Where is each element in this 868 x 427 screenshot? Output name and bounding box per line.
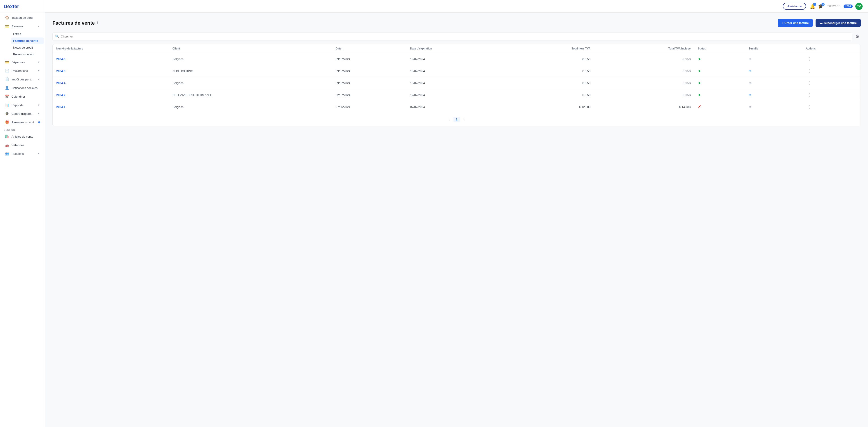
action-buttons: + Créer une facture ☁ Télécharger une fa…: [778, 19, 861, 27]
email-sent-icon[interactable]: ✉: [748, 93, 751, 97]
articles-icon: 🛍️: [5, 134, 9, 138]
more-actions-button[interactable]: ⋮: [806, 56, 813, 62]
sidebar-item-offres[interactable]: Offres: [11, 31, 43, 37]
search-wrap: 🔍: [53, 33, 852, 40]
sidebar-item-label: Articles de vente: [11, 135, 33, 138]
sidebar-item-relations[interactable]: 👥 Relations ▼: [1, 150, 43, 158]
chevron-up-icon: ▲: [37, 25, 40, 28]
sidebar-item-notes-de-credit[interactable]: Notes de crédit: [11, 44, 43, 51]
main-area: Assistance 🔔 🎓 0 EXERCICE 2024 TV Factur…: [45, 0, 868, 427]
create-invoice-button[interactable]: + Créer une facture: [778, 19, 813, 27]
cell-total-ht: € 0,50: [505, 77, 594, 89]
invoices-table-container: Numéro de la facture Client Date↓ Date d…: [53, 44, 861, 126]
sidebar-item-declarations[interactable]: 📄 Déclarations ▼: [1, 67, 43, 75]
cell-invoice-id: 2024-1: [53, 101, 169, 113]
search-input[interactable]: [53, 33, 852, 40]
more-actions-button[interactable]: ⋮: [806, 68, 813, 74]
sidebar-item-label: Rapports: [11, 103, 24, 107]
invoice-link[interactable]: 2024-1: [56, 105, 65, 109]
cell-client: Belgisch: [169, 77, 332, 89]
revenus-icon: 💳: [5, 24, 9, 28]
info-icon[interactable]: ℹ: [97, 21, 98, 25]
sidebar-item-revenus[interactable]: 💳 Revenus ▲: [1, 22, 43, 30]
cell-actions: ⋮: [802, 65, 861, 77]
sidebar-item-tableau-de-bord[interactable]: 🏠 Tableau de bord: [1, 13, 43, 22]
sidebar-item-label: Cotisations sociales: [11, 86, 37, 90]
cell-total-ht: € 0,50: [505, 65, 594, 77]
email-icon[interactable]: ✉: [748, 81, 751, 85]
cell-email: ✉: [745, 101, 802, 113]
cell-client: Belgisch: [169, 53, 332, 65]
sidebar-item-label: Revenus: [11, 25, 23, 28]
sidebar-item-revenus-du-jour[interactable]: Revenus du jour: [11, 51, 43, 58]
more-actions-button[interactable]: ⋮: [806, 92, 813, 98]
chevron-down-icon: ▼: [37, 104, 40, 106]
pagination-next[interactable]: ›: [462, 117, 466, 122]
filter-button[interactable]: ⚙: [854, 32, 861, 40]
cell-total-tvac: € 148,83: [594, 101, 694, 113]
sidebar-item-label: Relations: [11, 152, 24, 156]
cell-expiry: 19/07/2024: [406, 77, 505, 89]
cotisations-icon: 👤: [5, 86, 9, 90]
cell-date: 09/07/2024: [332, 77, 407, 89]
chevron-down-icon: ▼: [37, 78, 40, 81]
assistance-button[interactable]: Assistance: [783, 3, 806, 10]
avatar[interactable]: TV: [855, 3, 863, 10]
sidebar-item-label: Impôt des pers...: [11, 78, 33, 81]
more-actions-button[interactable]: ⋮: [806, 80, 813, 86]
col-date[interactable]: Date↓: [332, 44, 407, 53]
col-numero: Numéro de la facture: [53, 44, 169, 53]
cell-actions: ⋮: [802, 89, 861, 101]
col-total-ht: Total hors TVA: [505, 44, 594, 53]
sidebar-item-label: Déclarations: [11, 69, 28, 72]
invoice-link[interactable]: 2024-5: [56, 57, 65, 61]
relations-icon: 👥: [5, 152, 9, 156]
sidebar-item-centre[interactable]: 🎓 Centre d'appre... ▼: [1, 109, 43, 118]
cell-email: ✉: [745, 53, 802, 65]
upload-invoice-button[interactable]: ☁ Télécharger une facture: [815, 19, 861, 27]
invoice-link[interactable]: 2024-3: [56, 69, 65, 73]
sidebar-item-factures-de-vente[interactable]: Factures de vente: [11, 37, 43, 44]
pagination-prev[interactable]: ‹: [447, 117, 452, 122]
cell-email: ✉: [745, 65, 802, 77]
header: Assistance 🔔 🎓 0 EXERCICE 2024 TV: [45, 0, 868, 13]
sidebar-item-rapports[interactable]: 📊 Rapports ▼: [1, 101, 43, 109]
invoice-link[interactable]: 2024-2: [56, 93, 65, 97]
cell-date: 27/06/2024: [332, 101, 407, 113]
search-bar-row: 🔍 ⚙: [53, 32, 861, 40]
notifications-button[interactable]: 🔔: [810, 4, 815, 9]
table-row: 2024-4 Belgisch 09/07/2024 19/07/2024 € …: [53, 77, 861, 89]
sidebar-item-label: Calendrier: [11, 95, 25, 98]
graduation-button[interactable]: 🎓 0: [818, 4, 824, 9]
email-sent-icon[interactable]: ✉: [748, 69, 751, 73]
cell-total-tvac: € 0,53: [594, 77, 694, 89]
email-icon[interactable]: ✉: [748, 57, 751, 61]
sidebar-item-calendrier[interactable]: 📅 Calendrier: [1, 92, 43, 101]
declarations-icon: 📄: [5, 69, 9, 73]
cell-email: ✉: [745, 89, 802, 101]
cell-total-ht: € 0,50: [505, 53, 594, 65]
cell-status: ✗: [694, 101, 745, 113]
cell-client: ALDI HOLDING: [169, 65, 332, 77]
sidebar-item-depenses[interactable]: 💳 Dépenses ▼: [1, 58, 43, 66]
invoice-link[interactable]: 2024-4: [56, 81, 65, 85]
sidebar-item-cotisations[interactable]: 👤 Cotisations sociales: [1, 84, 43, 92]
sidebar-item-parrainez[interactable]: 🎁 Parrainez un ami: [1, 118, 43, 126]
sidebar-item-vehicules[interactable]: 🚗 Véhicules: [1, 141, 43, 149]
pagination-page-1[interactable]: 1: [454, 117, 460, 122]
cell-status: ➤: [694, 77, 745, 89]
invoices-tbody: 2024-5 Belgisch 09/07/2024 19/07/2024 € …: [53, 53, 861, 113]
cell-date: 02/07/2024: [332, 89, 407, 101]
calendrier-icon: 📅: [5, 94, 9, 99]
exercice-label: EXERCICE: [827, 5, 840, 8]
cell-total-tvac: € 0,53: [594, 89, 694, 101]
more-actions-button[interactable]: ⋮: [806, 104, 813, 110]
pagination: ‹ 1 ›: [53, 113, 861, 126]
sidebar-item-impot[interactable]: 🗒️ Impôt des pers... ▼: [1, 75, 43, 84]
cell-status: ➤: [694, 53, 745, 65]
cell-invoice-id: 2024-4: [53, 77, 169, 89]
sidebar-item-articles-de-vente[interactable]: 🛍️ Articles de vente: [1, 132, 43, 140]
col-statut: Statut: [694, 44, 745, 53]
table-row: 2024-2 DELHAIZE BROTHERS AND... 02/07/20…: [53, 89, 861, 101]
email-icon[interactable]: ✉: [748, 105, 751, 109]
